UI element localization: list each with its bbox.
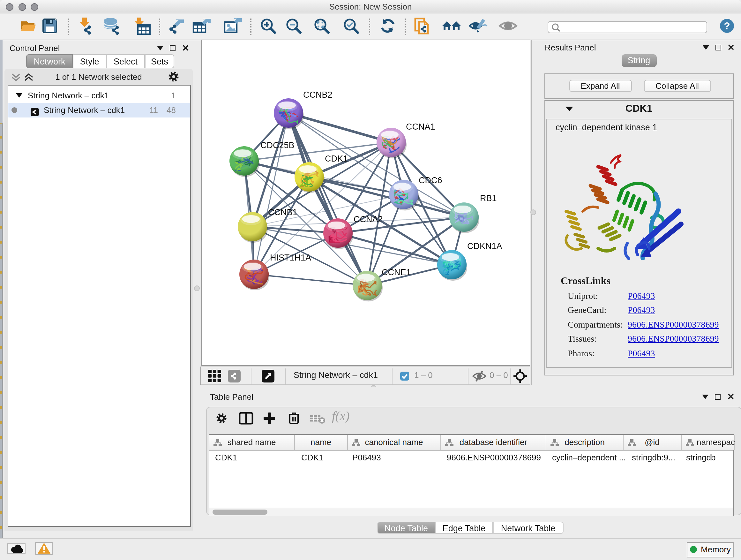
svg-text:RB1: RB1 [480, 193, 497, 203]
svg-text:CCNE1: CCNE1 [382, 267, 411, 277]
svg-text:?: ? [724, 20, 730, 31]
svg-text:CCNB1: CCNB1 [268, 207, 297, 217]
svg-text:CDC6: CDC6 [419, 176, 442, 185]
svg-text:CDC25B: CDC25B [260, 140, 294, 150]
svg-text:CDK1: CDK1 [325, 154, 348, 164]
svg-text:HIST1H1A: HIST1H1A [270, 253, 311, 262]
svg-text:CCNB2: CCNB2 [303, 90, 333, 100]
svg-text:CCNA1: CCNA1 [406, 122, 435, 132]
svg-text:CDKN1A: CDKN1A [467, 241, 502, 251]
svg-text:CCNA2: CCNA2 [354, 214, 383, 224]
